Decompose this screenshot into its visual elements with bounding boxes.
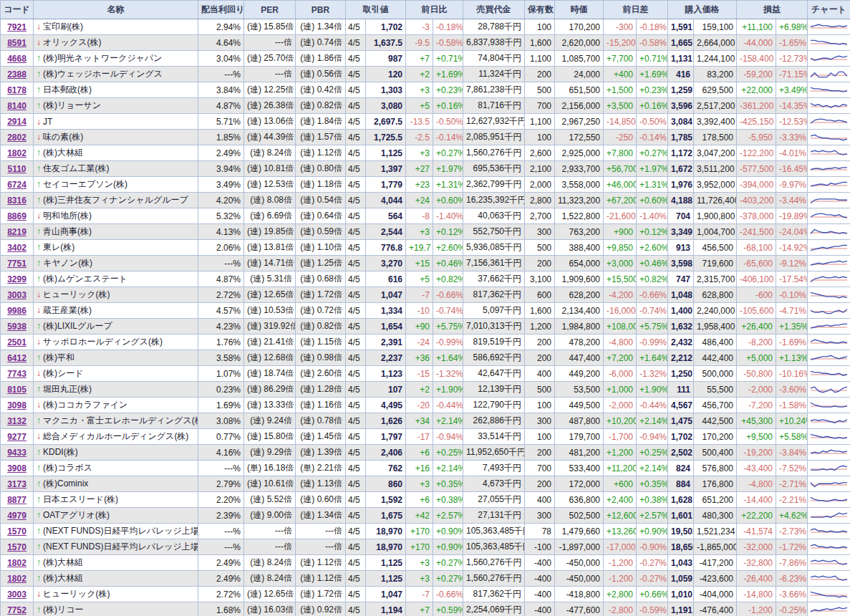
chart-cell[interactable]: [808, 177, 850, 193]
chart-cell[interactable]: [808, 571, 850, 587]
trade-price-cell: 1,047: [366, 587, 406, 602]
stock-code-link[interactable]: 8877: [7, 495, 26, 505]
stock-code-link[interactable]: 8591: [7, 38, 26, 48]
stock-code-link[interactable]: 8869: [7, 211, 26, 221]
chart-cell[interactable]: [808, 366, 850, 382]
chart-cell[interactable]: [808, 35, 850, 51]
market-value-cell: 1,909,600: [555, 271, 604, 287]
stock-code-cell: 3173: [1, 476, 34, 492]
header-code: コード: [1, 1, 34, 19]
stock-row: 4979↑OATアグリオ(株)2.39%(連) 9.00倍(連) 1.34倍4/…: [1, 508, 850, 524]
stock-code-link[interactable]: 9277: [7, 432, 26, 442]
chart-cell[interactable]: [808, 51, 850, 67]
chart-cell[interactable]: [808, 429, 850, 445]
stock-code-link[interactable]: 8219: [7, 227, 26, 237]
stock-code-link[interactable]: 2501: [7, 337, 26, 347]
chart-cell[interactable]: [808, 193, 850, 208]
chart-cell[interactable]: [808, 492, 850, 508]
stock-code-link[interactable]: 1570: [7, 526, 26, 536]
stock-code-link[interactable]: 3299: [7, 274, 26, 284]
stock-code-link[interactable]: 5938: [7, 322, 26, 332]
stock-code-link[interactable]: 7752: [7, 605, 26, 615]
chart-cell[interactable]: [808, 82, 850, 98]
per-cell: (連) 18.74倍: [244, 366, 296, 382]
stock-code-link[interactable]: 7921: [7, 22, 26, 32]
chart-cell[interactable]: [808, 114, 850, 130]
chart-cell[interactable]: [808, 287, 850, 303]
chart-cell[interactable]: [808, 161, 850, 177]
stock-code-link[interactable]: 6724: [7, 180, 26, 190]
chart-cell[interactable]: [808, 303, 850, 319]
stock-code-link[interactable]: 3098: [7, 400, 26, 410]
quantity-cell: -400: [525, 602, 555, 616]
stock-code-link[interactable]: 9986: [7, 306, 26, 316]
day-diff-cell: +56,700: [604, 161, 637, 177]
day-diff-pct-cell: -0.58%: [637, 35, 668, 51]
stock-name-cell: ↑(NEXT FUNDS)日経平均レバレッジ上場投信: [34, 524, 198, 539]
chart-cell[interactable]: [808, 256, 850, 271]
stock-code-link[interactable]: 3173: [7, 479, 26, 489]
stock-code-link[interactable]: 4979: [7, 511, 26, 521]
chart-cell[interactable]: [808, 587, 850, 602]
stock-code-link[interactable]: 6178: [7, 85, 26, 95]
chart-cell[interactable]: [808, 461, 850, 476]
chart-cell[interactable]: [808, 98, 850, 114]
stock-code-link[interactable]: 4668: [7, 54, 26, 64]
stock-code-link[interactable]: 2388: [7, 69, 26, 80]
purchase-amount-cell: -404,000: [694, 587, 737, 602]
purchase-unit-price-cell: 19,503: [668, 524, 694, 539]
chart-cell[interactable]: [808, 335, 850, 350]
purchase-amount-cell: 719,600: [694, 256, 737, 271]
chart-cell[interactable]: [808, 524, 850, 539]
stock-code-link[interactable]: 8105: [7, 385, 26, 395]
stock-code-link[interactable]: 3003: [7, 290, 26, 300]
stock-code-link[interactable]: 1802: [7, 574, 26, 584]
chart-cell[interactable]: [808, 240, 850, 256]
chart-cell[interactable]: [808, 398, 850, 413]
stock-name: 総合メディカルホールディングス(株): [43, 431, 188, 441]
stock-code-link[interactable]: 1802: [7, 558, 26, 568]
stock-code-link[interactable]: 3402: [7, 243, 26, 253]
price-sparkline: [810, 21, 848, 33]
up-arrow-icon: ↑: [37, 415, 41, 425]
chart-cell[interactable]: [808, 130, 850, 145]
chart-cell[interactable]: [808, 476, 850, 492]
chart-cell[interactable]: [808, 19, 850, 35]
stock-code-link[interactable]: 3132: [7, 416, 26, 426]
chart-cell[interactable]: [808, 271, 850, 287]
pbr-cell: (連) 1.28倍: [296, 382, 346, 398]
stock-code-link[interactable]: 7743: [7, 369, 26, 379]
dividend-yield-cell: ---%: [198, 67, 244, 82]
purchase-amount-cell: 1,004,700: [694, 224, 737, 240]
chart-cell[interactable]: [808, 602, 850, 616]
chart-cell[interactable]: [808, 555, 850, 571]
chart-cell[interactable]: [808, 350, 850, 366]
chart-cell[interactable]: [808, 208, 850, 224]
stock-code-link[interactable]: 3003: [7, 589, 26, 600]
chart-cell[interactable]: [808, 413, 850, 429]
stock-code-link[interactable]: 1570: [7, 542, 26, 552]
stock-code-link[interactable]: 8140: [7, 101, 26, 111]
chart-cell[interactable]: [808, 508, 850, 524]
stock-code-link[interactable]: 7751: [7, 259, 26, 269]
chart-cell[interactable]: [808, 539, 850, 555]
stock-code-link[interactable]: 3908: [7, 463, 26, 473]
chart-cell[interactable]: [808, 382, 850, 398]
stock-code-link[interactable]: 5110: [7, 164, 26, 174]
stock-code-link[interactable]: 8316: [7, 196, 26, 206]
up-arrow-icon: ↑: [37, 605, 41, 615]
quantity-cell: 200: [525, 476, 555, 492]
chart-cell[interactable]: [808, 145, 850, 161]
stock-row: 5110↑住友ゴム工業(株)3.94%(連) 10.81倍(連) 0.80倍4/…: [1, 161, 850, 177]
stock-code-link[interactable]: 9433: [7, 448, 26, 458]
chart-cell[interactable]: [808, 67, 850, 82]
stock-code-link[interactable]: 6412: [7, 353, 26, 363]
trade-price-cell: 1,725.5: [366, 130, 406, 145]
chart-cell[interactable]: [808, 445, 850, 461]
chart-cell[interactable]: [808, 224, 850, 240]
chart-cell[interactable]: [808, 319, 850, 335]
stock-code-link[interactable]: 1802: [7, 148, 26, 158]
stock-code-link[interactable]: 2914: [7, 117, 26, 127]
trade-price-cell: 2,697.5: [366, 114, 406, 130]
stock-code-link[interactable]: 2802: [7, 133, 26, 143]
